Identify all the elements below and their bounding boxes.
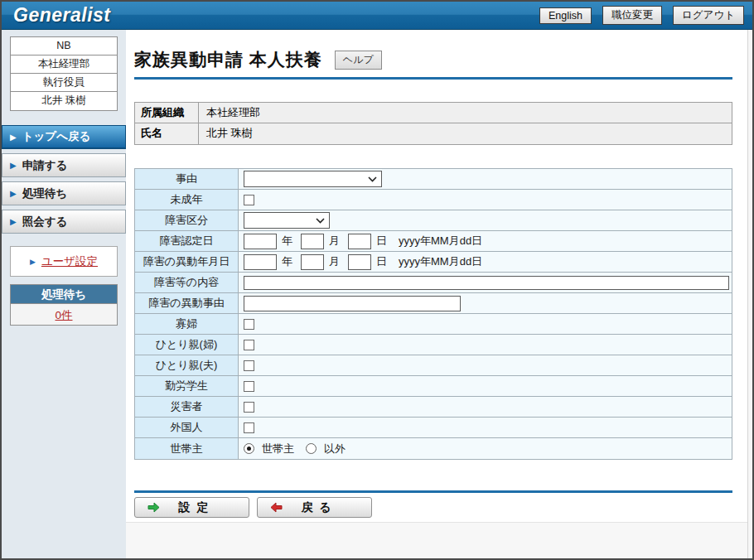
- form-row: 未成年: [135, 190, 732, 210]
- set-button[interactable]: 設 定: [134, 497, 249, 518]
- single-parent-male-checkbox[interactable]: [244, 360, 254, 371]
- help-button[interactable]: ヘルプ: [335, 51, 382, 70]
- chevron-down-icon: [368, 176, 377, 182]
- english-button[interactable]: English: [539, 7, 592, 24]
- minor-checkbox[interactable]: [244, 195, 254, 205]
- profile-company: NB: [11, 37, 117, 56]
- sidebar-nav: ▶ トップへ戻る ▶ 申請する ▶ 処理待ち ▶ 照会する: [2, 125, 126, 234]
- form-row: 障害認定日 年 月 日 yyyy年MM月dd日: [135, 231, 732, 252]
- sidebar: NB 本社経理部 執行役員 北井 珠樹 ▶ トップへ戻る ▶ 申請する ▶ 処理…: [2, 30, 126, 558]
- main-area: 家族異動申請 本人扶養 ヘルプ 所属組織 本社経理部 氏名 北井 珠樹: [126, 30, 747, 558]
- logout-button[interactable]: ログアウト: [673, 6, 744, 25]
- widow-checkbox[interactable]: [244, 319, 254, 330]
- form-row: ひとり親(夫): [135, 355, 732, 376]
- table-row: 所属組織 本社経理部: [135, 103, 732, 123]
- form-row: 障害等の内容: [135, 273, 732, 293]
- name-label: 氏名: [135, 123, 199, 144]
- disability-certified-year-input[interactable]: [244, 234, 277, 249]
- working-student-checkbox[interactable]: [244, 381, 254, 392]
- dependency-form-table: 事由 未成年 障害区分: [134, 168, 732, 460]
- title-divider: [134, 77, 732, 80]
- page-title: 家族異動申請 本人扶養: [134, 48, 322, 71]
- single-parent-female-checkbox[interactable]: [244, 340, 254, 350]
- chevron-down-icon: [316, 218, 325, 224]
- position-change-button[interactable]: 職位変更: [602, 6, 662, 25]
- sidebar-item-label: トップへ戻る: [22, 129, 91, 144]
- disability-change-month-input[interactable]: [301, 254, 324, 270]
- red-left-arrow-icon: [270, 502, 283, 513]
- employee-info-table: 所属組織 本社経理部 氏名 北井 珠樹: [134, 102, 732, 145]
- top-header-bar: Generalist English 職位変更 ログアウト: [2, 2, 752, 30]
- disability-certified-day-input[interactable]: [348, 234, 371, 249]
- user-profile-box: NB 本社経理部 執行役員 北井 珠樹: [10, 36, 118, 111]
- form-row: 外国人: [135, 418, 732, 438]
- form-row: ひとり親(婦): [135, 335, 732, 355]
- other-radio[interactable]: [306, 443, 317, 454]
- pending-count-row: 0件: [11, 304, 117, 325]
- actions-divider: [134, 490, 732, 493]
- form-row: 災害者: [135, 397, 732, 418]
- header-buttons: English 職位変更 ログアウト: [539, 6, 744, 25]
- disability-change-day-input[interactable]: [348, 254, 371, 270]
- name-value: 北井 珠樹: [199, 123, 732, 144]
- organization-label: 所属組織: [135, 103, 199, 123]
- sidebar-item-label: 処理待ち: [22, 186, 67, 201]
- disability-change-reason-input[interactable]: [244, 296, 461, 311]
- form-row: 障害区分: [135, 210, 732, 231]
- foreigner-checkbox[interactable]: [244, 422, 254, 433]
- form-row: 障害の異動事由: [135, 293, 732, 314]
- sidebar-item-label: 照会する: [22, 215, 68, 229]
- householder-radio[interactable]: [244, 443, 254, 454]
- scrollbar-track[interactable]: [747, 30, 752, 558]
- green-right-arrow-icon: [147, 502, 160, 513]
- reason-select[interactable]: [244, 171, 382, 187]
- disability-change-year-input[interactable]: [244, 254, 277, 270]
- sidebar-item-apply[interactable]: ▶ 申請する: [2, 153, 126, 177]
- form-row: 勤労学生: [135, 376, 732, 397]
- back-button[interactable]: 戻 る: [257, 497, 372, 518]
- sidebar-item-inquiry[interactable]: ▶ 照会する: [2, 210, 126, 234]
- sidebar-item-back-to-top[interactable]: ▶ トップへ戻る: [2, 125, 126, 149]
- pending-tasks-box: 処理待ち 0件: [10, 284, 118, 326]
- user-settings-link[interactable]: ユーザ設定: [41, 254, 98, 269]
- profile-department: 本社経理部: [11, 56, 117, 74]
- date-format-hint: yyyy年MM月dd日: [399, 254, 482, 269]
- disability-category-select[interactable]: [244, 212, 330, 229]
- footer-spacer: [126, 522, 747, 558]
- sidebar-item-pending[interactable]: ▶ 処理待ち: [2, 181, 126, 205]
- triangle-right-icon: ▶: [10, 161, 17, 170]
- table-row: 氏名 北井 珠樹: [135, 123, 732, 144]
- disability-certified-month-input[interactable]: [301, 234, 324, 249]
- profile-name: 北井 珠樹: [11, 92, 117, 110]
- householder-radio-label: 世帯主: [262, 442, 294, 456]
- pending-count-link[interactable]: 0件: [55, 309, 72, 321]
- form-row: 障害の異動年月日 年 月 日 yyyy年MM月dd日: [135, 252, 732, 273]
- form-row: 世帯主 世帯主 以外: [135, 438, 732, 459]
- pending-tasks-title: 処理待ち: [11, 285, 117, 304]
- profile-position: 執行役員: [11, 74, 117, 92]
- form-row: 事由: [135, 169, 732, 190]
- application-window: Generalist English 職位変更 ログアウト NB 本社経理部 執…: [0, 0, 754, 560]
- triangle-right-icon: ▶: [10, 133, 17, 142]
- disaster-victim-checkbox[interactable]: [244, 402, 254, 413]
- organization-value: 本社経理部: [199, 103, 732, 123]
- other-radio-label: 以外: [324, 442, 346, 456]
- triangle-right-icon: ▶: [10, 189, 17, 198]
- sidebar-item-label: 申請する: [22, 158, 68, 173]
- disability-details-input[interactable]: [244, 276, 729, 290]
- generalist-logo: Generalist: [13, 4, 111, 27]
- date-format-hint: yyyy年MM月dd日: [399, 234, 482, 249]
- triangle-right-icon: ▶: [30, 258, 36, 266]
- form-row: 寡婦: [135, 314, 732, 335]
- triangle-right-icon: ▶: [10, 217, 17, 226]
- user-settings-box: ▶ ユーザ設定: [10, 246, 118, 277]
